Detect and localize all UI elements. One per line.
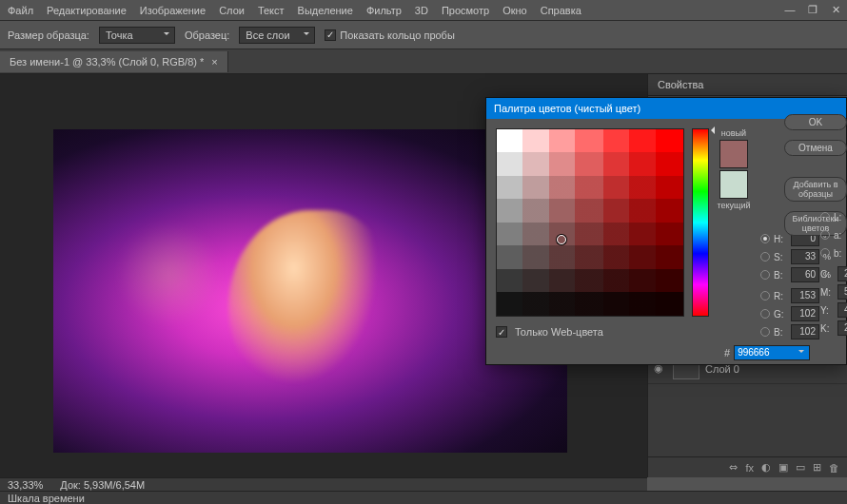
- menu-image[interactable]: Изображение: [140, 5, 206, 16]
- adjustment-layer-icon[interactable]: ▣: [778, 461, 788, 474]
- menu-view[interactable]: Просмотр: [442, 5, 489, 16]
- document-tab-bar: Без имени-1 @ 33,3% (Слой 0, RGB/8) * ×: [0, 49, 847, 74]
- label-y: Y:: [820, 305, 834, 316]
- menu-help[interactable]: Справка: [541, 5, 581, 16]
- hue-slider[interactable]: [692, 128, 709, 317]
- current-color-swatch[interactable]: [719, 170, 748, 199]
- radio-l[interactable]: [820, 212, 830, 222]
- hex-label: #: [724, 347, 730, 359]
- ok-button[interactable]: OK: [784, 114, 847, 130]
- close-tab-icon[interactable]: ×: [211, 56, 217, 68]
- group-icon[interactable]: ▭: [796, 461, 805, 474]
- sample-size-select[interactable]: Точка: [99, 27, 175, 44]
- radio-a[interactable]: [820, 230, 830, 240]
- radio-s[interactable]: [760, 252, 770, 262]
- cancel-button[interactable]: Отмена: [784, 140, 847, 156]
- field-y[interactable]: 41: [837, 302, 847, 318]
- current-color-label: текущий: [717, 201, 750, 210]
- menu-edit[interactable]: Редактирование: [47, 5, 127, 16]
- timeline-panel-tab[interactable]: Шкала времени: [0, 491, 847, 504]
- field-k[interactable]: 23: [837, 320, 847, 336]
- radio-g[interactable]: [760, 309, 770, 319]
- field-r[interactable]: 153: [791, 288, 819, 303]
- window-controls: — ❐ ✕: [784, 4, 841, 15]
- label-lb: b:: [834, 248, 847, 259]
- menu-select[interactable]: Выделение: [298, 5, 353, 16]
- field-bb[interactable]: 102: [791, 324, 819, 339]
- options-bar: Размер образца: Точка Образец: Все слои …: [0, 21, 847, 49]
- link-layers-icon[interactable]: ⇔: [729, 461, 738, 474]
- show-sampling-ring-checkbox[interactable]: [325, 29, 336, 41]
- radio-b[interactable]: [760, 270, 770, 280]
- radio-h[interactable]: [760, 234, 770, 243]
- label-m: M:: [820, 287, 834, 298]
- new-layer-icon[interactable]: ⊞: [813, 461, 821, 474]
- field-b[interactable]: 60: [791, 267, 819, 282]
- field-g[interactable]: 102: [791, 306, 819, 321]
- field-s[interactable]: 33: [791, 249, 819, 264]
- add-to-swatches-button[interactable]: Добавить в образцы: [784, 177, 847, 202]
- label-bb: B:: [774, 327, 787, 338]
- status-bar: 33,33% Док: 5,93M/6,54M: [0, 477, 647, 491]
- label-g: G:: [774, 309, 787, 320]
- document-size: Док: 5,93M/6,54M: [60, 479, 145, 491]
- label-k: K:: [820, 323, 834, 334]
- label-c: C:: [820, 269, 834, 280]
- mask-add-icon[interactable]: ◐: [761, 461, 771, 474]
- radio-lb[interactable]: [820, 248, 830, 258]
- label-b: B:: [774, 270, 787, 281]
- menu-text[interactable]: Текст: [258, 5, 285, 16]
- field-hex[interactable]: 996666: [734, 345, 810, 360]
- menu-bar: Файл Редактирование Изображение Слои Тек…: [0, 0, 847, 21]
- properties-panel-tab[interactable]: Свойства: [648, 74, 847, 96]
- minimize-icon[interactable]: —: [784, 4, 796, 15]
- field-c[interactable]: 29: [837, 266, 847, 281]
- new-color-swatch: [719, 140, 748, 168]
- menu-window[interactable]: Окно: [502, 5, 527, 16]
- menu-filter[interactable]: Фильтр: [366, 5, 402, 16]
- label-l: L:: [834, 212, 847, 223]
- menu-3d[interactable]: 3D: [415, 5, 428, 16]
- close-icon[interactable]: ✕: [830, 4, 841, 15]
- menu-file[interactable]: Файл: [8, 5, 33, 16]
- timeline-label: Шкала времени: [8, 493, 85, 504]
- layers-footer: ⇔ fx ◐ ▣ ▭ ⊞ 🗑: [648, 456, 847, 477]
- web-colors-only-label: Только Web-цвета: [515, 326, 603, 338]
- radio-r[interactable]: [760, 291, 770, 300]
- sample-src-select[interactable]: Все слои: [239, 27, 315, 44]
- fx-icon[interactable]: fx: [745, 462, 754, 474]
- new-color-label: новый: [721, 128, 746, 138]
- sv-cursor-icon[interactable]: [557, 235, 566, 244]
- label-r: R:: [774, 291, 787, 301]
- zoom-level[interactable]: 33,33%: [8, 479, 43, 491]
- show-sampling-ring-label: Показать кольцо пробы: [340, 29, 455, 41]
- document-tab[interactable]: Без имени-1 @ 33,3% (Слой 0, RGB/8) * ×: [0, 51, 228, 72]
- hue-pointer-icon[interactable]: [707, 126, 715, 134]
- trash-icon[interactable]: 🗑: [829, 462, 839, 474]
- radio-bb[interactable]: [760, 327, 770, 337]
- restore-icon[interactable]: ❐: [807, 4, 818, 15]
- sample-src-label: Образец:: [185, 29, 229, 41]
- web-safe-overlay: [497, 129, 683, 316]
- label-s: S:: [774, 252, 787, 262]
- menu-layers[interactable]: Слои: [219, 5, 245, 16]
- sample-size-label: Размер образца:: [8, 29, 89, 41]
- web-colors-only-checkbox[interactable]: [496, 326, 507, 338]
- document-title: Без имени-1 @ 33,3% (Слой 0, RGB/8) *: [10, 56, 204, 68]
- label-a: a:: [834, 230, 847, 241]
- field-m[interactable]: 58: [837, 284, 847, 300]
- saturation-value-field[interactable]: [496, 128, 684, 317]
